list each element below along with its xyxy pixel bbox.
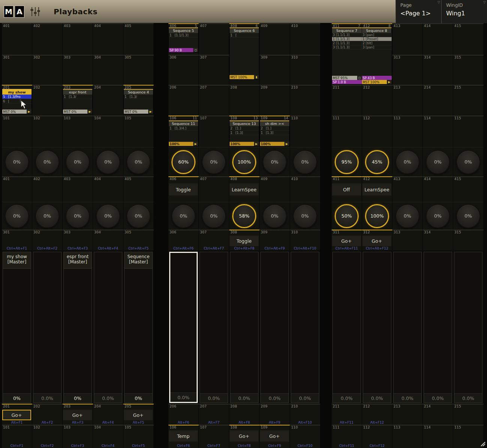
executor-slot[interactable]: 413 <box>392 23 423 55</box>
page-selector[interactable]: Page <Page 1> ▽ <box>395 0 441 23</box>
executor-window-sequence4[interactable]: Sequence 4 1 [1.3/ MST 0% ▶ <box>123 89 153 114</box>
executor-button-cell[interactable]: 103 Ctrl+F3 <box>63 425 93 448</box>
encoder-knob[interactable]: 60% <box>171 150 195 174</box>
encoder-knob[interactable]: 100% <box>365 204 389 228</box>
fader-body[interactable] <box>363 252 391 393</box>
executor-slot[interactable]: 204 <box>93 85 123 116</box>
fader-body[interactable] <box>261 252 289 393</box>
fader-track[interactable]: my show [Master] 0% <box>3 252 31 403</box>
executor-button-cell[interactable]: 403 <box>63 176 93 202</box>
executor-slot[interactable]: 212 <box>362 85 392 116</box>
executor-button-cell[interactable]: 315 <box>453 230 484 251</box>
executor-slot[interactable]: 303 <box>63 55 93 85</box>
executor-button[interactable]: LearnSpee <box>230 183 259 195</box>
resize-handle-icon[interactable] <box>479 440 485 446</box>
executor-button-cell[interactable]: 302 Ctrl+Alt+F2 <box>32 230 63 251</box>
executor-button-cell[interactable]: 413 <box>392 176 423 202</box>
executor-button[interactable]: Toggle <box>230 236 259 246</box>
encoder-knob[interactable]: 0% <box>35 150 59 174</box>
executor-button-cell[interactable]: 412 LearnSpee <box>362 176 392 202</box>
fader-track[interactable]: 0.0% <box>291 252 319 403</box>
encoder-knob[interactable]: 45% <box>365 150 389 174</box>
encoder-knob[interactable]: 0% <box>456 150 480 174</box>
executor-button-cell[interactable]: 409 <box>260 176 290 202</box>
executor-slot[interactable]: 103 <box>63 116 93 147</box>
executor-slot[interactable]: 102 <box>32 116 63 147</box>
executor-button-cell[interactable]: 404 <box>93 176 123 202</box>
encoder-knob[interactable]: 0% <box>5 150 29 174</box>
encoder-knob[interactable]: 0% <box>5 204 29 228</box>
encoder-knob[interactable]: 0% <box>96 204 120 228</box>
encoder-knob[interactable]: 0% <box>426 204 450 228</box>
encoder-knob[interactable]: 0% <box>171 204 195 228</box>
executor-button-cell[interactable]: 212 Alt+F12 <box>362 404 392 425</box>
executor-slot[interactable]: 403 <box>63 23 93 55</box>
encoder-knob[interactable]: 0% <box>66 204 90 228</box>
fader-body[interactable] <box>230 252 258 393</box>
fader-body[interactable] <box>125 269 152 393</box>
executor-slot[interactable]: 206 <box>168 85 199 116</box>
executor-slot[interactable]: 415 <box>453 23 484 55</box>
executor-slot[interactable]: 305 <box>123 55 154 85</box>
executor-button-cell[interactable]: 306 Ctrl+Alt+F6 <box>168 230 199 251</box>
executor-button-cell[interactable]: 408 LearnSpee <box>229 176 260 202</box>
fader-track[interactable]: 0.0% <box>260 252 289 403</box>
executor-button-cell[interactable]: 401 <box>2 176 32 202</box>
executor-slot[interactable]: 202 <box>32 85 63 116</box>
executor-slot[interactable]: 208 <box>229 85 260 116</box>
executor-button[interactable]: Temp <box>169 430 198 442</box>
executor-button-cell[interactable]: 308 Toggle Ctrl+Alt+F8 <box>229 230 260 251</box>
executor-window-sequence7-8[interactable]: Sequence 7 Sequence 8 3 [1.1/1.3]3 [pan]… <box>332 27 392 84</box>
executor-window-espr-front[interactable]: espr front 1 [1.3/ MST 0% ▶ <box>63 89 93 114</box>
executor-slot[interactable]: 407 <box>199 23 229 55</box>
executor-button-cell[interactable]: 215 <box>453 404 484 425</box>
executor-button-cell[interactable]: 202 Alt+F2 <box>32 404 63 425</box>
fader-track[interactable]: 0.0% <box>33 252 62 403</box>
executor-button-cell[interactable]: 410 <box>290 176 320 202</box>
executor-button-cell[interactable]: 307 Ctrl+Alt+F7 <box>199 230 229 251</box>
executor-button-cell[interactable]: 310 Ctrl+Alt+F10 <box>290 230 320 251</box>
fader-track[interactable]: Sequence [Master] 0% <box>124 252 153 403</box>
executor-button-cell[interactable]: 402 <box>32 176 63 202</box>
encoder-knob[interactable]: 0% <box>202 204 226 228</box>
executor-button-cell[interactable]: 309 Ctrl+Alt+F9 <box>260 230 290 251</box>
executor-button-cell[interactable]: 112 Ctrl+F12 <box>362 425 392 448</box>
executor-button-cell[interactable]: 304 Ctrl+Alt+F4 <box>93 230 123 251</box>
executor-button-cell[interactable]: 210 Alt+F10 <box>290 404 320 425</box>
executor-window-sequence13[interactable]: Sequence 13 2 [1.] 1 [1.3] 100% ▶ <box>229 120 259 146</box>
fader-track[interactable]: 0.0% <box>424 252 452 403</box>
encoder-knob[interactable]: 95% <box>335 150 359 174</box>
fader-track[interactable]: 0.0% <box>230 252 259 403</box>
fader-body[interactable] <box>424 252 452 393</box>
executor-slot[interactable]: 313 <box>392 55 423 85</box>
fader-track[interactable]: 0.0% <box>200 252 228 403</box>
executor-button-cell[interactable]: 102 Ctrl+F2 <box>32 425 63 448</box>
encoder-knob[interactable]: 0% <box>456 204 480 228</box>
encoder-knob[interactable]: 0% <box>263 150 287 174</box>
executor-slot[interactable]: 215 <box>453 85 484 116</box>
fader-track[interactable]: 0.0% <box>393 252 422 403</box>
executor-button-cell[interactable]: 101 Ctrl+F1 <box>2 425 32 448</box>
executor-button-cell[interactable]: 106 Temp Ctrl+F6 <box>168 425 199 448</box>
executor-button-cell[interactable]: 405 <box>123 176 154 202</box>
executor-button-cell[interactable]: 107 Ctrl+F7 <box>199 425 229 448</box>
encoder-knob[interactable]: 0% <box>395 204 419 228</box>
executor-button-cell[interactable]: 105 Ctrl+F5 <box>123 425 154 448</box>
executor-button-cell[interactable]: 314 <box>423 230 453 251</box>
fader-body[interactable] <box>3 269 31 393</box>
executor-button[interactable]: Go+ <box>63 410 92 420</box>
executor-button-cell[interactable]: 115 <box>453 425 484 448</box>
executor-button-cell[interactable]: 109 Go+ Ctrl+F9 <box>260 425 290 448</box>
encoder-knob[interactable]: 0% <box>293 204 317 228</box>
executor-slot[interactable]: 402 <box>32 23 63 55</box>
fader-body[interactable] <box>291 252 319 393</box>
executor-button-cell[interactable]: 204 Alt+F4 <box>93 404 123 425</box>
fader-track[interactable]: 0.0% <box>454 252 482 403</box>
executor-button-cell[interactable]: 201 Go+ Alt+F1 <box>2 404 32 425</box>
executor-slot[interactable]: 211 <box>332 85 362 116</box>
executor-slot[interactable]: 310 <box>290 55 320 85</box>
executor-button-cell[interactable]: 311 Go+ Ctrl+Alt+F11 <box>332 230 362 251</box>
executor-button-cell[interactable]: 414 <box>423 176 453 202</box>
encoder-knob[interactable]: 50% <box>335 204 359 228</box>
executor-slot[interactable]: 213 <box>392 85 423 116</box>
